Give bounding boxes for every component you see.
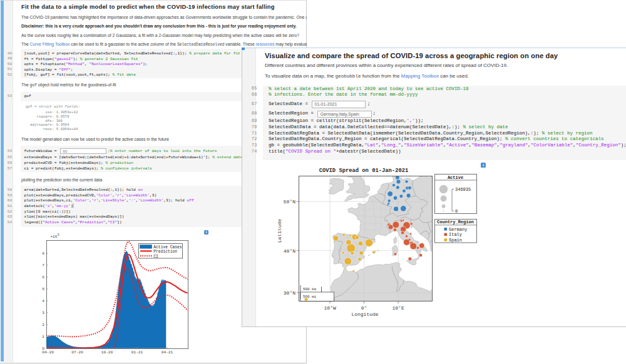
- svg-text:40°N: 40°N: [284, 248, 295, 254]
- svg-text:Spain: Spain: [449, 238, 462, 243]
- svg-text:5: 5: [58, 233, 59, 236]
- svg-text:50°N: 50°N: [284, 199, 295, 205]
- svg-text:Longitude: Longitude: [351, 311, 378, 317]
- svg-text:Prediction: Prediction: [153, 250, 177, 254]
- svg-text:07-20: 07-20: [71, 350, 83, 355]
- svg-text:04-20: 04-20: [42, 350, 54, 355]
- svg-text:2: 2: [42, 323, 44, 327]
- svg-text:3: 3: [42, 311, 44, 315]
- svg-text:0: 0: [455, 209, 458, 214]
- svg-text:10°W: 10°W: [324, 305, 336, 311]
- svg-text:7: 7: [42, 263, 44, 268]
- svg-text:6: 6: [42, 275, 44, 280]
- svg-text:1: 1: [42, 335, 44, 339]
- svg-text:10-20: 10-20: [101, 350, 113, 355]
- svg-text:500 km: 500 km: [303, 287, 316, 291]
- svg-text:346935: 346935: [455, 187, 471, 192]
- svg-text:01-21: 01-21: [131, 350, 143, 355]
- svg-text:0°: 0°: [361, 305, 367, 311]
- svg-text:4: 4: [42, 299, 44, 303]
- svg-text:Active: Active: [448, 175, 463, 180]
- svg-text:CI: CI: [153, 255, 158, 259]
- svg-text:COVID Spread on 01-Jan-2021: COVID Spread on 01-Jan-2021: [319, 168, 409, 174]
- svg-text:5: 5: [42, 287, 44, 291]
- svg-text:30°N: 30°N: [284, 290, 295, 296]
- svg-text:Country_Region: Country_Region: [437, 220, 474, 225]
- svg-text:Italy: Italy: [449, 232, 462, 237]
- svg-text:×10: ×10: [51, 235, 58, 239]
- svg-text:Active Cases: Active Cases: [153, 245, 182, 250]
- svg-text:Germany: Germany: [449, 227, 467, 232]
- svg-text:8: 8: [42, 251, 44, 256]
- svg-text:04-21: 04-21: [162, 350, 173, 355]
- svg-text:Latitude: Latitude: [277, 219, 282, 243]
- svg-text:10°E: 10°E: [392, 305, 404, 311]
